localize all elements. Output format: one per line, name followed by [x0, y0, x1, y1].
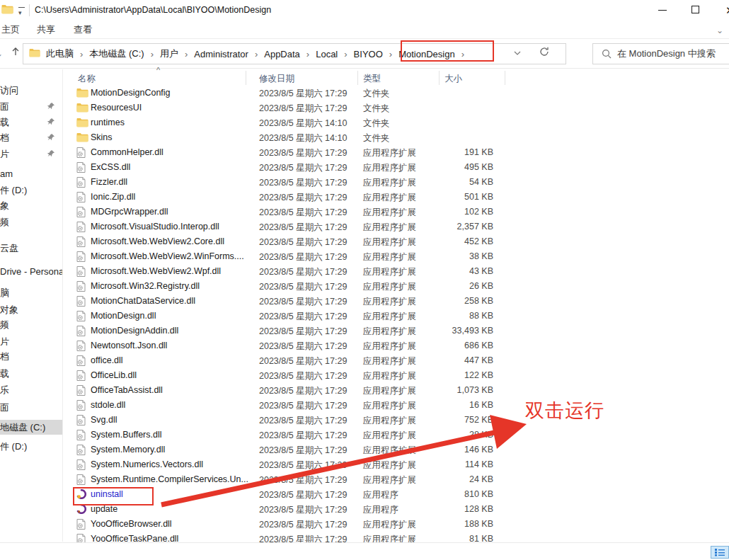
file-row[interactable]: update2023/8/5 星期六 17:29应用程序128 KB	[67, 502, 729, 517]
close-button[interactable]: ✕	[713, 0, 729, 21]
sidebar-item[interactable]: am	[0, 166, 62, 181]
tab-home[interactable]: 主页	[1, 23, 20, 36]
file-row[interactable]: Microsoft.Win32.Registry.dll2023/8/5 星期六…	[67, 279, 729, 294]
sidebar-item[interactable]: 脑	[0, 285, 62, 300]
breadcrumb-item[interactable]: BIYOO	[352, 49, 384, 59]
quick-access-toolbar-dropdown-icon[interactable]: ▾	[17, 6, 27, 16]
breadcrumb-separator-icon[interactable]: ›	[302, 49, 314, 59]
file-name: ResourcesUI	[91, 103, 142, 113]
sidebar-item[interactable]: 载	[0, 366, 62, 381]
file-row[interactable]: Newtonsoft.Json.dll2023/8/5 星期六 17:29应用程…	[67, 338, 729, 353]
sidebar-item[interactable]: 频	[0, 215, 62, 229]
breadcrumb-separator-icon[interactable]: ›	[250, 49, 263, 59]
file-row[interactable]: uninstall2023/8/5 星期六 17:29应用程序810 KB	[67, 487, 729, 502]
file-type: 应用程序扩展	[363, 355, 416, 367]
minimize-button[interactable]	[646, 0, 678, 21]
breadcrumb-item[interactable]: Local	[314, 49, 339, 59]
sidebar-item[interactable]: 访问	[0, 83, 62, 98]
sidebar-item[interactable]: Drive - Persona	[0, 264, 62, 279]
column-separator[interactable]	[505, 71, 505, 85]
breadcrumb-separator-icon[interactable]: ›	[180, 49, 193, 59]
file-row[interactable]: MDGrpcWrapper.dll2023/8/5 星期六 17:29应用程序扩…	[67, 205, 729, 219]
search-input[interactable]: 在 MotionDesign 中搜索	[592, 43, 729, 64]
address-folder-icon	[29, 47, 40, 60]
app-folder-icon	[1, 4, 13, 17]
details-view-button[interactable]	[711, 546, 729, 559]
tab-share[interactable]: 共享	[37, 23, 55, 36]
address-dropdown-icon[interactable]	[513, 49, 522, 59]
file-row[interactable]: office.dll2023/8/5 星期六 17:29应用程序扩展447 KB	[67, 353, 729, 368]
file-row[interactable]: stdole.dll2023/8/5 星期六 17:29应用程序扩展16 KB	[67, 398, 729, 413]
column-header-name[interactable]: 名称	[78, 73, 96, 85]
breadcrumb-separator-icon[interactable]: ›	[146, 49, 159, 59]
maximize-button[interactable]	[679, 0, 711, 21]
breadcrumb-separator-icon[interactable]: ›	[384, 49, 397, 59]
file-row[interactable]: ResourcesUI2023/8/5 星期六 17:29文件夹	[67, 101, 729, 115]
file-row[interactable]: OfficeTabAssist.dll2023/8/5 星期六 17:29应用程…	[67, 383, 729, 398]
file-row[interactable]: Microsoft.Web.WebView2.Core.dll2023/8/5 …	[67, 234, 729, 249]
sidebar-item[interactable]: 象	[0, 198, 62, 213]
breadcrumb-separator-icon[interactable]: ›	[339, 49, 352, 59]
sidebar-item[interactable]: 云盘	[0, 241, 62, 256]
file-row[interactable]: System.Runtime.CompilerServices.Un...202…	[67, 472, 729, 487]
file-row[interactable]: System.Buffers.dll2023/8/5 星期六 17:29应用程序…	[67, 428, 729, 442]
pane-divider[interactable]	[62, 69, 63, 542]
refresh-icon[interactable]	[539, 46, 550, 60]
file-row[interactable]: System.Numerics.Vectors.dll2023/8/5 星期六 …	[67, 457, 729, 472]
column-header-type[interactable]: 类型	[363, 73, 381, 85]
sidebar-item[interactable]: 频	[0, 317, 62, 332]
file-date: 2023/8/5 星期六 17:29	[259, 445, 347, 457]
file-row[interactable]: ExCSS.dll2023/8/5 星期六 17:29应用程序扩展495 KB	[67, 160, 729, 175]
sidebar-item[interactable]: 面	[0, 99, 62, 114]
sidebar-item[interactable]: 面	[0, 400, 62, 415]
breadcrumb-item[interactable]: Administrator	[193, 49, 250, 59]
breadcrumb-item[interactable]: 用户	[159, 47, 180, 60]
file-row[interactable]: CommonHelper.dll2023/8/5 星期六 17:29应用程序扩展…	[67, 145, 729, 160]
sidebar-item[interactable]: 乐	[0, 382, 62, 397]
column-separator[interactable]	[357, 71, 358, 85]
recent-locations-icon[interactable]: ⌄	[0, 49, 3, 59]
file-row[interactable]: Svg.dll2023/8/5 星期六 17:29应用程序扩展752 KB	[67, 413, 729, 428]
sidebar-item[interactable]: 对象	[0, 302, 62, 317]
column-header-date[interactable]: 修改日期	[259, 73, 294, 85]
file-row[interactable]: Skins2023/8/5 星期六 14:10文件夹	[67, 130, 729, 145]
sidebar-item[interactable]: 件 (D:)	[0, 183, 62, 198]
up-button[interactable]	[8, 46, 23, 60]
sidebar-item[interactable]: 载	[0, 115, 62, 130]
file-row[interactable]: Microsoft.Web.WebView2.Wpf.dll2023/8/5 星…	[67, 264, 729, 279]
breadcrumb-separator-icon[interactable]: ›	[75, 49, 88, 59]
breadcrumb-item[interactable]: 此电脑	[45, 47, 75, 60]
file-date: 2023/8/5 星期六 17:29	[259, 519, 347, 531]
file-row[interactable]: Ionic.Zip.dll2023/8/5 星期六 17:29应用程序扩展501…	[67, 190, 729, 205]
breadcrumb-item[interactable]: AppData	[263, 49, 302, 59]
column-separator[interactable]	[439, 71, 440, 85]
file-row[interactable]: YooOfficeBrowser.dll2023/8/5 星期六 17:29应用…	[67, 517, 729, 532]
dll-icon	[76, 222, 86, 235]
file-row[interactable]: Microsoft.Web.WebView2.WinForms....2023/…	[67, 249, 729, 264]
ribbon-collapse-icon[interactable]: ⌄	[716, 25, 723, 35]
sidebar-item[interactable]: 件 (D:)	[0, 439, 62, 454]
file-row[interactable]: runtimes2023/8/5 星期六 14:10文件夹	[67, 115, 729, 130]
column-separator[interactable]	[246, 71, 246, 85]
column-header-size[interactable]: 大小	[444, 73, 462, 85]
file-row[interactable]: Microsoft.VisualStudio.Interop.dll2023/8…	[67, 219, 729, 234]
sidebar-item[interactable]: 片	[0, 334, 62, 349]
breadcrumb-item[interactable]: 本地磁盘 (C:)	[88, 47, 145, 60]
file-row[interactable]: System.Memory.dll2023/8/5 星期六 17:29应用程序扩…	[67, 442, 729, 457]
sidebar-item[interactable]: 档	[0, 349, 62, 364]
pin-icon	[47, 102, 55, 110]
sidebar-item[interactable]: 档	[0, 130, 62, 145]
file-date: 2023/8/5 星期六 17:29	[259, 415, 347, 427]
explorer-window: { "window": { "title_path": "C:\\Users\\…	[0, 0, 729, 560]
sidebar-item[interactable]: 片	[0, 147, 62, 161]
file-row[interactable]: MotionDesign.dll2023/8/5 星期六 17:29应用程序扩展…	[67, 309, 729, 324]
file-row[interactable]: MotionChatDataService.dll2023/8/5 星期六 17…	[67, 294, 729, 309]
sidebar-item[interactable]: 地磁盘 (C:)	[0, 420, 62, 435]
file-row[interactable]: MotionDesignConfig2023/8/5 星期六 17:29文件夹	[67, 86, 729, 101]
file-row[interactable]: MotionDesignAddin.dll2023/8/5 星期六 17:29应…	[67, 324, 729, 338]
search-placeholder: 在 MotionDesign 中搜索	[617, 47, 716, 60]
file-row[interactable]: OfficeLib.dll2023/8/5 星期六 17:29应用程序扩展122…	[67, 368, 729, 383]
file-row[interactable]: Fizzler.dll2023/8/5 星期六 17:29应用程序扩展54 KB	[67, 175, 729, 190]
tab-view[interactable]: 查看	[74, 23, 92, 36]
file-name: Microsoft.Win32.Registry.dll	[91, 281, 200, 291]
